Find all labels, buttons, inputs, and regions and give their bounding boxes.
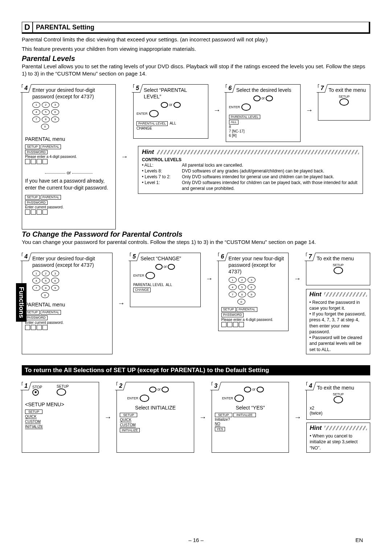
step-number: 7 (305, 253, 316, 261)
arrow-icon: → (213, 106, 221, 114)
enter-button-icon: ENTER (222, 395, 286, 402)
hint-title: Hint (310, 424, 322, 432)
step-4: 4 Enter your desired four-digit password… (22, 253, 113, 354)
step-text: To exit the menu (328, 87, 367, 93)
hint-box-control-levels: Hint CONTROL LEVELS • ALL:All parental l… (138, 146, 363, 194)
step-text: To exit the menu (317, 384, 367, 391)
arrow-icon: → (199, 413, 207, 421)
step-1: 1 STOP■ SETUP <SETUP MENU> SETUP QUICK C… (22, 382, 99, 453)
cursor-or-icon: or (136, 102, 205, 108)
step-number: 2 (115, 382, 126, 390)
change-password-para: You can change your password for parenta… (22, 239, 370, 246)
setup-button-icon: SETUP (309, 263, 367, 275)
hint-box-cancel: Hint • When you cancel to initialize at … (306, 423, 370, 453)
enter-button-icon: ENTER (136, 110, 205, 117)
stop-button-icon: STOP■ (32, 385, 42, 396)
step-6: 6 Enter your new four-digit password (ex… (218, 253, 289, 331)
step-text: Select “PARENTAL LEVEL” (144, 87, 205, 100)
step-3: 3 or ENTER Select “YES” SETUP INITIALIZE… (212, 382, 289, 453)
hint-title: Hint (142, 148, 154, 156)
arrow-icon: → (294, 274, 301, 283)
cursor-or-icon: or (127, 387, 191, 392)
enter-button-icon: ENTER (133, 272, 197, 279)
arrow-icon: → (104, 413, 111, 421)
functions-side-tab: Functions (16, 283, 26, 322)
step-text: Select “YES” (215, 405, 286, 411)
step-number: 7 (317, 84, 328, 93)
osd-preview-alt: SETUP PARENTAL PASSWORD Enter current pa… (25, 195, 113, 215)
arrow-icon: → (118, 299, 125, 307)
parental-menu-label: PARENTAL menu (25, 302, 109, 307)
step-number: 6 (217, 253, 228, 261)
step-text: Select the desired levels (236, 87, 298, 93)
setup-button-icon: SETUP (321, 95, 367, 106)
intro-line-2: This feature prevents your children from… (22, 45, 370, 53)
step-text: Enter your desired four-digit password (… (32, 255, 109, 268)
step-number: 4 (20, 84, 31, 93)
change-password-heading: To Change the Password for Parental Cont… (22, 230, 370, 239)
cursor-or-icon: or (222, 387, 286, 392)
x2-label: x2(twice) (310, 406, 367, 416)
osd-preview: SETUP PARENTAL PASSWORD Please enter a 4… (221, 307, 286, 327)
osd-preview: SETUP PARENTAL PASSWORD Please enter a 4… (25, 144, 113, 164)
step-2: 2 or ENTER Select INITIALIZE SETUP QUICK… (117, 382, 194, 453)
osd-preview: SETUP PARENTAL PASSWORD Enter current pa… (25, 310, 109, 330)
arrow-icon: → (306, 106, 313, 114)
step-text: Select INITIALIZE (120, 405, 191, 411)
or-divider: or (25, 170, 113, 175)
step-7: 7 To exit the menu SETUP (318, 84, 370, 121)
osd-preview: PARENTAL LEVEL ALL CHANGE (136, 121, 205, 131)
step-6: 6 Select the desired levels or ENTER PAR… (226, 84, 301, 142)
arrow-icon: → (294, 413, 301, 421)
hint-box-password: Hint • Record the password in case you f… (306, 289, 370, 354)
step-5: 5 Select “CHANGE” or ENTER PARENTAL LEVE… (130, 253, 201, 307)
step-text: Enter your new four-digit password (exce… (229, 255, 286, 275)
step-text: Select “CHANGE” (140, 255, 197, 262)
hint-subtitle: CONTROL LEVELS (142, 157, 359, 162)
control-levels-table: • ALL:All parental locks are cancelled. … (142, 162, 359, 192)
osd-preview: PARENTAL LEVEL ALL 8 7 [NC-17] 6 [R] (229, 114, 298, 138)
step-text: Enter your desired four-digit password (… (32, 87, 113, 100)
cursor-or-icon: or (229, 95, 298, 101)
change-password-steps: 4 Enter your desired four-digit password… (22, 253, 370, 354)
section-letter: D (22, 22, 33, 32)
arrow-icon: → (206, 274, 213, 283)
step-number: 5 (128, 253, 139, 261)
parental-levels-para: Parental Level allows you to set the rat… (22, 63, 370, 78)
cursor-or-icon: or (133, 264, 197, 270)
enter-button-icon: ENTER (127, 395, 191, 402)
osd-preview: SETUP INITIALIZE Initialize? NO YES (215, 413, 286, 432)
osd-preview: PARENTAL LEVEL ALL CHANGE (133, 283, 197, 293)
intro-line-1: Parental Control limits the disc viewing… (22, 36, 370, 43)
keypad-icon: 123 456 789 0 (32, 102, 61, 130)
parental-menu-label: PARENTAL menu (25, 136, 113, 142)
setup-button-icon: SETUP (57, 384, 69, 396)
page-footer: – 16 – EN (0, 537, 392, 543)
step-4: 4 To exit the menu SETUP x2(twice) (306, 382, 370, 420)
step-text: To exit the menu (317, 255, 367, 262)
setup-menu-label: <SETUP MENU> (25, 402, 96, 407)
osd-preview: SETUP QUICK CUSTOM INITIALIZE (120, 413, 191, 433)
page-language: EN (355, 537, 363, 543)
setup-button-icon: SETUP (310, 392, 367, 404)
section-title: PARENTAL Setting (33, 24, 94, 31)
step-number: 4 (20, 253, 31, 261)
step-4-alt-text: If you have set a password already, ente… (25, 178, 113, 191)
step-number: 5 (132, 84, 143, 93)
arrow-icon: → (121, 152, 128, 161)
step-number: 4 (305, 382, 316, 390)
keypad-icon: 123 456 789 0 (32, 270, 61, 298)
enter-button-icon: ENTER (229, 103, 298, 111)
step-number: 1 (20, 382, 31, 390)
hint-title: Hint (309, 291, 321, 298)
step-7: 7 To exit the menu SETUP (306, 253, 370, 285)
reset-defaults-header: To return the All Selections of SET UP (… (22, 365, 370, 375)
step-number: 6 (224, 84, 235, 93)
parental-levels-heading: Parental Levels (22, 54, 370, 63)
step-4: 4 Enter your desired four-digit password… (22, 84, 116, 229)
section-header: D PARENTAL Setting (22, 22, 370, 34)
step-number: 3 (210, 382, 221, 390)
step-5: 5 Select “PARENTAL LEVEL” or ENTER PAREN… (133, 84, 208, 139)
initialize-steps: 1 STOP■ SETUP <SETUP MENU> SETUP QUICK C… (22, 382, 370, 453)
page-number: – 16 – (188, 537, 204, 543)
